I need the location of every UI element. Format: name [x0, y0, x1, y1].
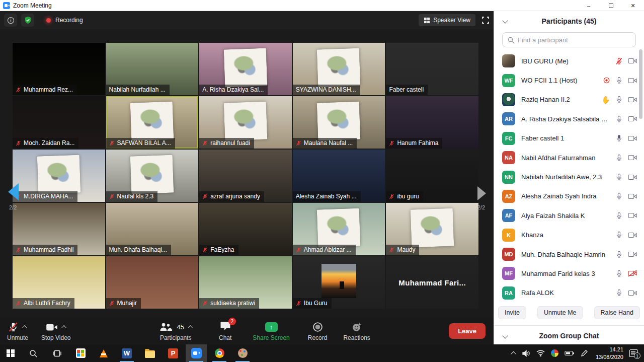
invite-button[interactable]: Invite	[498, 306, 526, 319]
video-tile[interactable]: Nabilah Nurfadilah ...	[106, 43, 199, 95]
video-tile[interactable]: Naufal kls 2.3	[106, 150, 199, 202]
unmute-button[interactable]: Unmute	[7, 317, 28, 344]
video-grid: Muhammad Rez...Nabilah Nurfadilah ...A. …	[13, 43, 478, 309]
word-icon[interactable]: W	[116, 344, 137, 362]
stop-video-button[interactable]: Stop Video	[41, 317, 71, 344]
video-tile[interactable]: suldiaeka pratiwi	[199, 256, 292, 309]
video-tile[interactable]: azraf arjuna sandy	[199, 150, 292, 202]
participant-row[interactable]: ARA. Risha Dzakiya Salsabila Kls 1.2	[494, 109, 644, 128]
chrome-icon[interactable]	[209, 344, 230, 362]
chat-collapse-chevron-icon[interactable]	[502, 333, 508, 338]
video-tile[interactable]: Ahmad Abidzar ...	[293, 203, 385, 255]
start-button[interactable]	[0, 344, 21, 362]
share-screen-button[interactable]: ↑ Share Screen	[253, 317, 289, 344]
video-tile[interactable]: Muhammad Rez...	[13, 43, 105, 95]
participant-row[interactable]: KKhanza	[494, 226, 644, 245]
panel-collapse-chevron-icon[interactable]	[502, 18, 508, 23]
action-center-icon[interactable]: 1	[629, 349, 638, 357]
video-tile[interactable]: Alesha Zainab Syah ...	[293, 150, 385, 202]
participant-row[interactable]: NANabil Afdhal Faturrahman	[494, 148, 644, 167]
title-bar: Zoom Meeting – ✕	[0, 0, 644, 11]
encryption-shield-icon[interactable]	[21, 14, 34, 27]
close-button[interactable]: ✕	[622, 0, 644, 11]
participants-button[interactable]: 45 Participants	[159, 317, 193, 344]
participant-search-input[interactable]	[518, 36, 630, 44]
raise-hand-button[interactable]: Raise Hand	[594, 306, 640, 319]
video-tile[interactable]: A. Risha Dzakiya Sal...	[199, 43, 292, 95]
participant-row[interactable]: AFAlya Faizah Shakila K	[494, 206, 644, 225]
video-tile[interactable]: ibu guru	[386, 150, 478, 202]
file-explorer-icon[interactable]	[139, 344, 160, 362]
task-view-button[interactable]	[46, 344, 67, 362]
share-screen-icon: ↑	[265, 322, 278, 332]
video-tile[interactable]: Ibu Guru	[293, 256, 385, 309]
video-tile[interactable]: SYAZWINA DANISH...	[293, 43, 385, 95]
participant-row[interactable]: Raziq Hanan II.2✋	[494, 90, 644, 109]
participant-row[interactable]: MFMuhammad Farid kelas 3	[494, 264, 644, 283]
video-tile[interactable]: FaEyzha	[199, 203, 292, 255]
microsoft-store-icon[interactable]	[70, 344, 91, 362]
video-tile[interactable]: SAFWAN BILAL A...	[106, 96, 199, 149]
leave-button[interactable]: Leave	[449, 323, 486, 339]
record-button[interactable]: Record	[308, 317, 328, 344]
maximize-button[interactable]	[600, 0, 622, 11]
video-tile[interactable]: Maudy	[386, 203, 478, 255]
participants-panel: Participants (45) IBU GURU (Me) WFWO FCI…	[494, 11, 644, 344]
video-tile[interactable]: raihannul fuadi	[199, 96, 292, 149]
panel-scrollbar[interactable]	[639, 49, 642, 119]
unmute-options-caret[interactable]	[22, 325, 27, 330]
video-tile[interactable]: Muhammad Fari...	[386, 256, 478, 309]
participant-row[interactable]: WFWO FCII 1.1 (Host)	[494, 70, 644, 90]
video-tile[interactable]: Maulana Naufal ...	[293, 96, 385, 149]
participants-options-caret[interactable]	[188, 325, 193, 330]
hidden-icons-chevron-icon[interactable]	[512, 351, 516, 355]
mic-muted-icon	[8, 322, 19, 332]
volume-icon[interactable]	[522, 350, 530, 357]
tile-name-label: Moch. Zaidan Ra...	[13, 138, 78, 149]
taskbar-clock[interactable]: 14.21 13/08/2020	[596, 346, 623, 360]
fullscreen-icon[interactable]	[481, 16, 490, 24]
next-page-arrow[interactable]	[477, 186, 486, 200]
taskbar-search-button[interactable]	[23, 344, 44, 362]
participant-row[interactable]: NNNabilah Nurfadilah Awe, 2.3	[494, 167, 644, 186]
drawing-paper	[130, 155, 174, 194]
mic-muted-icon	[389, 247, 394, 253]
participant-row[interactable]: IBU GURU (Me)	[494, 51, 644, 70]
zoom-taskbar-icon[interactable]	[186, 344, 207, 362]
video-tile[interactable]: M.DIRGA MAHA...	[13, 150, 105, 202]
video-tile[interactable]: Faber castell	[386, 43, 478, 95]
previous-page-arrow[interactable]	[8, 183, 19, 200]
speaker-view-button[interactable]: Speaker View	[419, 14, 475, 26]
grid-view-icon	[424, 17, 430, 24]
avatar: AZ	[502, 190, 515, 203]
video-options-caret[interactable]	[61, 325, 66, 330]
vlc-icon[interactable]	[93, 344, 114, 362]
powerpoint-icon[interactable]: P	[163, 344, 184, 362]
video-tile[interactable]: Muhammad Fadhil	[13, 203, 105, 255]
unmute-me-button[interactable]: Unmute Me	[537, 306, 583, 319]
battery-icon[interactable]	[565, 350, 575, 356]
video-tile[interactable]: Muhajir	[106, 256, 199, 309]
participant-row[interactable]: FCFaber castell 1	[494, 129, 644, 148]
participant-search[interactable]	[502, 32, 636, 47]
chat-button[interactable]: 2 Chat	[219, 317, 231, 344]
avatar: MF	[502, 267, 515, 280]
participant-row[interactable]: RARafa ALOK	[494, 283, 644, 303]
participant-row[interactable]: AZAlesha Zainab Syah Indra	[494, 187, 644, 206]
network-app-icon[interactable]	[551, 349, 558, 357]
pen-icon[interactable]	[581, 350, 588, 357]
video-tile[interactable]: Moch. Zaidan Ra...	[13, 96, 105, 149]
meeting-info-icon[interactable]	[4, 14, 17, 27]
participant-row[interactable]: MDMuh. Dhafa Baihaqie Hamrin	[494, 245, 644, 264]
tile-name-label: suldiaeka pratiwi	[199, 298, 259, 309]
tile-name-label: Alesha Zainab Syah ...	[293, 191, 361, 202]
video-tile[interactable]: Hanum Fahima	[386, 96, 478, 149]
reactions-button[interactable]: Reactions	[343, 317, 370, 344]
paint-app-icon[interactable]	[232, 344, 253, 362]
minimize-button[interactable]: –	[578, 0, 600, 11]
wifi-icon[interactable]	[536, 350, 545, 356]
video-tile[interactable]: Muh. Dhafa Baihaqi...	[106, 203, 199, 255]
participant-name: Muhammad Farid kelas 3	[521, 270, 611, 277]
video-tile[interactable]: Albi Luthfi Fachry	[13, 256, 105, 309]
camera-status-icon	[628, 154, 637, 161]
